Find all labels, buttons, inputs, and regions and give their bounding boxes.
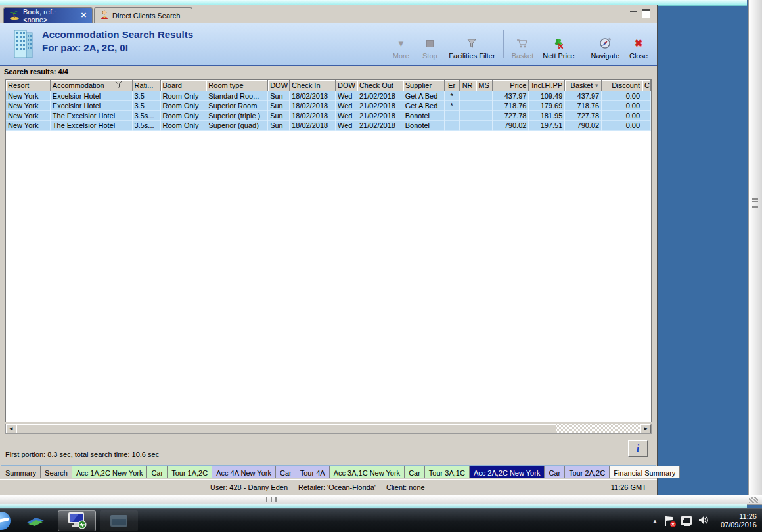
status-user: User: 428 - Danny Eden [210,483,288,491]
windows-taskbar: ▲ ✕ 11:26 07/09/2016 [0,508,762,532]
table-cell: Excelsior Hotel [51,101,133,111]
table-cell [642,101,651,111]
page-subtitle: For pax: 2A, 2C, 0I [42,41,193,55]
scrollbar-grip[interactable] [752,198,758,208]
table-cell [445,111,460,121]
basket-button[interactable]: Basket [508,35,537,61]
column-header-accommodation[interactable]: Accommodation [51,80,133,91]
funnel-filter-icon[interactable] [106,81,122,91]
scroll-left-arrow-icon[interactable]: ◄ [6,424,16,433]
table-cell: Superior (quad) [206,121,268,131]
table-row[interactable]: New YorkThe Excelsior Hotel3.5s...Room O… [6,111,651,121]
taskbar-clock[interactable]: 11:26 07/09/2016 [717,512,757,529]
network-icon[interactable] [681,516,692,526]
table-cell: Wed [336,101,357,111]
stop-button[interactable]: Stop [416,35,443,61]
palm-island-icon [9,11,20,21]
column-header-resort[interactable]: Resort [6,80,51,91]
column-header-er[interactable]: Er [445,80,460,91]
portion-tab-financial-summary[interactable]: Financial Summary [610,466,680,478]
column-header-room-type[interactable]: Room type [206,80,268,91]
scroll-right-arrow-icon[interactable]: ► [640,424,651,433]
table-cell: Superior Room [206,101,268,111]
table-cell: Wed [336,111,357,121]
remote-desktop-icon[interactable] [58,510,96,531]
column-header-check-out[interactable]: Check Out [357,80,403,91]
table-cell: New York [6,111,51,121]
portion-tab-car[interactable]: Car [405,466,425,478]
tray-expand-icon[interactable]: ▲ [652,518,658,524]
table-row[interactable]: New YorkExcelsior Hotel3.5Room OnlySuper… [6,101,651,111]
table-cell: Sun [268,91,290,101]
navigate-button[interactable]: Navigate [588,35,623,61]
portion-tab-acc-3a-1c-new-york[interactable]: Acc 3A,1C New York [330,466,405,478]
table-cell [460,91,476,101]
table-cell [476,111,493,121]
status-retailer: Retailer: 'Ocean-Florida' [298,483,376,491]
portion-tab-search[interactable]: Search [41,466,72,478]
clock-date: 07/09/2016 [721,521,757,529]
portion-tab-acc-4a-new-york[interactable]: Acc 4A New York [212,466,276,478]
app-launcher-icon[interactable] [20,510,51,531]
column-header-basket[interactable]: Basket▼ [565,80,602,91]
column-header-incl-fl-pp[interactable]: Incl.Fl.PP [529,80,565,91]
sort-desc-icon: ▼ [594,81,599,91]
table-cell: Room Only [161,101,207,111]
column-header-supplier[interactable]: Supplier [403,80,445,91]
column-header-c[interactable]: C [642,80,651,91]
tab-book-ref[interactable]: Book, ref.: <none> ✕ [3,7,93,23]
status-bar: User: 428 - Danny Eden Retailer: 'Ocean-… [0,479,657,495]
portion-tab-tour-2a-2c[interactable]: Tour 2A,2C [565,466,610,478]
column-header-board[interactable]: Board [161,80,207,91]
speaker-icon[interactable] [698,515,710,527]
table-cell: 0.00 [602,101,642,111]
column-header-nr[interactable]: NR [460,80,476,91]
close-button[interactable]: ✖ Close [625,35,652,61]
table-cell: Wed [336,121,357,131]
window-maximize-button[interactable] [642,9,650,16]
inactive-window-icon[interactable] [100,510,138,531]
portion-tab-car[interactable]: Car [147,466,168,478]
browser-icon[interactable] [0,512,11,530]
column-header-dow[interactable]: DOW [268,80,290,91]
column-header-ms[interactable]: MS [476,80,493,91]
column-header-price[interactable]: Price [493,80,529,91]
table-row[interactable]: New YorkExcelsior Hotel3.5Room OnlyStand… [6,91,651,101]
table-horizontal-scrollbar[interactable]: ◄ ► [5,424,652,434]
scrollbar-grip[interactable] [266,497,277,502]
portion-tab-tour-1a-2c[interactable]: Tour 1A,2C [168,466,212,478]
results-header: Accommodation Search Results For pax: 2A… [0,23,657,66]
column-header-discount[interactable]: Discount [602,80,642,91]
person-icon [100,10,109,21]
column-header-rati-[interactable]: Rati... [133,80,161,91]
tab-direct-clients-search[interactable]: Direct Clients Search [94,7,192,23]
portion-tab-summary[interactable]: Summary [1,466,41,478]
portion-tab-car[interactable]: Car [276,466,296,478]
more-button[interactable]: ▼ More [388,35,414,61]
table-cell: 18/02/2018 [290,111,336,121]
scrollbar-thumb[interactable] [16,424,556,433]
table-cell: The Excelsior Hotel [51,111,133,121]
column-header-check-in[interactable]: Check In [290,80,336,91]
portion-tab-tour-4a[interactable]: Tour 4A [296,466,330,478]
results-header-row: ResortAccommodationRati...BoardRoom type… [6,80,651,91]
nett-price-button[interactable]: Nett Price [539,35,577,61]
viewport-vertical-scrollbar[interactable] [748,0,762,495]
info-button[interactable]: i [628,440,648,457]
search-results-count: Search results: 4/4 [4,68,68,76]
portion-tab-car[interactable]: Car [545,466,565,478]
table-cell: 0.00 [602,91,642,101]
table-row[interactable]: New YorkThe Excelsior Hotel3.5s...Room O… [6,121,651,131]
table-cell: 181.95 [529,111,565,121]
column-header-dow[interactable]: DOW [336,80,357,91]
facilities-filter-button[interactable]: Facilities Filter [445,35,498,61]
portion-tab-acc-2a-2c-new-york[interactable]: Acc 2A,2C New York [470,466,545,478]
window-minimize-button[interactable] [629,9,638,16]
portion-tab-tour-3a-1c[interactable]: Tour 3A,1C [425,466,470,478]
action-center-icon[interactable]: ✕ [664,516,674,526]
portion-tab-acc-1a-2c-new-york[interactable]: Acc 1A,2C New York [72,466,148,478]
tab-close-icon[interactable]: ✕ [81,11,87,20]
app-window: Book, ref.: <none> ✕ Direct Clients Sear… [0,5,658,495]
resize-grip-icon[interactable] [749,497,758,503]
table-cell: 18/02/2018 [290,91,336,101]
